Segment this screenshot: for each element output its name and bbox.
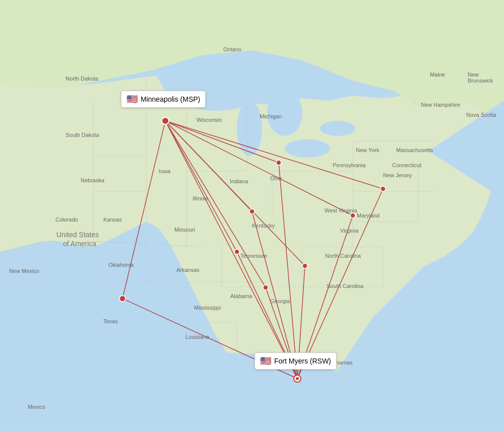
svg-point-9 — [320, 121, 355, 136]
svg-point-62 — [234, 249, 239, 254]
map-container: 🇺🇸 Minneapolis (MSP) 🇺🇸 Fort Myers (RSW)… — [0, 0, 504, 431]
svg-point-65 — [350, 213, 355, 218]
rsw-label-text: Fort Myers (RSW) — [274, 357, 331, 365]
svg-point-8 — [285, 139, 330, 158]
svg-point-66 — [119, 296, 125, 302]
msp-label-text: Minneapolis (MSP) — [141, 95, 200, 103]
svg-point-6 — [237, 101, 262, 156]
svg-point-63 — [263, 285, 268, 290]
svg-point-64 — [302, 263, 307, 268]
svg-point-59 — [381, 186, 386, 191]
rsw-label: 🇺🇸 Fort Myers (RSW) — [255, 352, 337, 370]
msp-flag: 🇺🇸 — [127, 94, 138, 105]
svg-point-60 — [276, 160, 281, 165]
svg-point-7 — [267, 91, 302, 136]
svg-point-61 — [249, 209, 255, 214]
msp-label: 🇺🇸 Minneapolis (MSP) — [121, 91, 206, 108]
svg-point-67 — [162, 117, 169, 124]
rsw-flag: 🇺🇸 — [260, 355, 271, 367]
map-svg — [0, 0, 504, 431]
svg-point-69 — [296, 377, 299, 380]
